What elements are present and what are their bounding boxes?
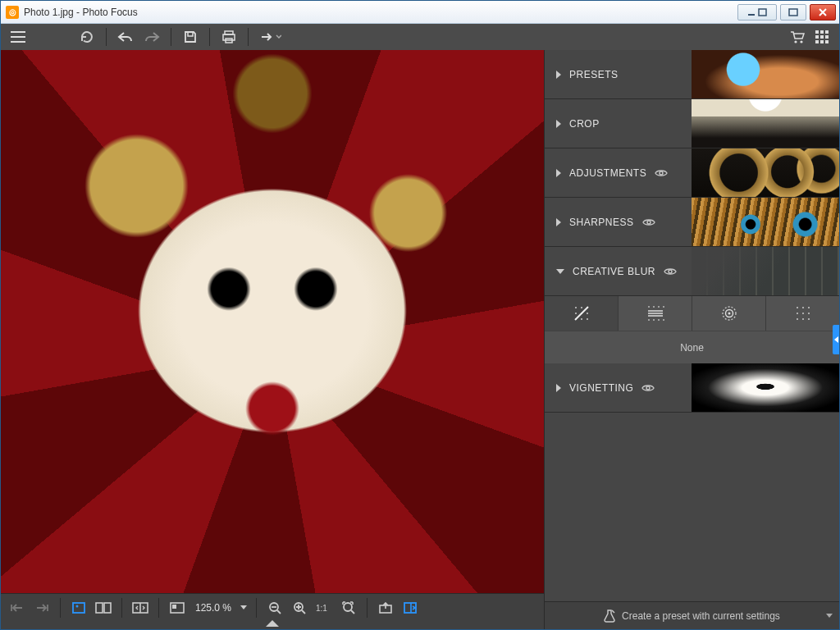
- svg-point-41: [581, 318, 582, 320]
- fullscreen-icon[interactable]: [399, 596, 422, 619]
- single-view-icon[interactable]: [67, 596, 90, 619]
- svg-point-34: [575, 307, 577, 308]
- zoom-actual-icon[interactable]: 1:1: [313, 596, 336, 619]
- split-view-icon[interactable]: [129, 596, 152, 619]
- cart-icon[interactable]: [785, 25, 810, 48]
- main-area: 125.0 % 1:1: [1, 50, 839, 629]
- reset-icon[interactable]: [75, 25, 99, 48]
- panel-creative-blur[interactable]: CREATIVE BLUR: [545, 247, 839, 296]
- svg-point-43: [648, 306, 650, 308]
- eye-icon[interactable]: [641, 383, 655, 393]
- svg-rect-11: [825, 30, 829, 34]
- blur-tool-linear[interactable]: [619, 296, 692, 331]
- svg-point-48: [653, 319, 655, 321]
- svg-rect-9: [815, 30, 819, 34]
- svg-rect-1: [759, 9, 766, 16]
- svg-text:1:1: 1:1: [316, 604, 327, 613]
- svg-rect-2: [789, 9, 797, 16]
- svg-point-58: [802, 313, 804, 314]
- svg-point-55: [802, 307, 804, 308]
- svg-point-50: [663, 319, 664, 321]
- blur-tool-none[interactable]: [545, 296, 619, 331]
- compare-view-icon[interactable]: [92, 596, 115, 619]
- chevron-right-icon: [556, 384, 561, 392]
- histogram-icon[interactable]: [166, 596, 189, 619]
- panel-thumbnail: [692, 50, 839, 98]
- export-panel-icon[interactable]: [374, 596, 397, 619]
- svg-point-37: [575, 313, 577, 314]
- svg-point-19: [76, 605, 79, 607]
- panel-label: VIGNETTING: [569, 382, 633, 394]
- export-icon[interactable]: [255, 25, 286, 48]
- creative-blur-content: None: [545, 296, 839, 363]
- chevron-right-icon: [556, 169, 561, 177]
- zoom-in-icon[interactable]: [288, 596, 311, 619]
- zoom-out-icon[interactable]: [263, 596, 286, 619]
- svg-rect-24: [172, 605, 176, 609]
- photo-image: [1, 50, 544, 593]
- eye-icon[interactable]: [642, 217, 655, 227]
- svg-point-45: [658, 306, 660, 308]
- maximize-button[interactable]: [780, 4, 806, 21]
- panel-label: CROP: [569, 118, 600, 130]
- zoom-value[interactable]: 125.0 %: [190, 602, 236, 614]
- blur-status-label: None: [545, 331, 839, 363]
- canvas[interactable]: [1, 50, 544, 593]
- panel-crop[interactable]: CROP: [545, 99, 839, 148]
- side-expander-handle[interactable]: [833, 325, 839, 354]
- panel-adjustments[interactable]: ADJUSTMENTS: [545, 148, 839, 198]
- svg-point-33: [669, 270, 672, 273]
- panel-thumbnail: [692, 148, 839, 197]
- minimize-restore-buttons[interactable]: [737, 4, 777, 21]
- svg-rect-16: [820, 40, 824, 43]
- panel-presets[interactable]: PRESETS: [545, 50, 839, 99]
- svg-point-54: [797, 307, 798, 308]
- svg-point-61: [802, 318, 804, 320]
- chevron-down-icon[interactable]: [826, 614, 833, 619]
- svg-point-44: [653, 306, 655, 308]
- svg-rect-15: [815, 40, 819, 43]
- chevron-down-icon: [556, 269, 564, 274]
- svg-point-7: [794, 40, 797, 43]
- panel-label: SHARPNESS: [569, 217, 634, 228]
- eye-icon[interactable]: [664, 267, 677, 276]
- svg-point-63: [646, 386, 650, 390]
- window-controls: [737, 4, 839, 21]
- close-button[interactable]: [810, 4, 836, 21]
- panel-label: ADJUSTMENTS: [569, 167, 646, 179]
- svg-rect-18: [73, 603, 84, 613]
- panel-sharpness[interactable]: SHARPNESS: [545, 198, 839, 247]
- blur-tool-radial[interactable]: [692, 296, 766, 331]
- window-title: Photo 1.jpg - Photo Focus: [24, 7, 138, 18]
- undo-icon[interactable]: [113, 25, 138, 48]
- grid-view-icon[interactable]: [810, 25, 834, 48]
- panel-thumbnail: [692, 99, 839, 148]
- save-icon[interactable]: [178, 25, 203, 48]
- svg-rect-10: [820, 30, 824, 34]
- redo-icon[interactable]: [139, 25, 164, 48]
- app-icon: ◎: [6, 6, 19, 19]
- print-icon[interactable]: [217, 25, 241, 48]
- next-image-icon[interactable]: [30, 596, 53, 619]
- titlebar: ◎ Photo 1.jpg - Photo Focus: [1, 1, 839, 24]
- panel-vignetting[interactable]: VIGNETTING: [545, 363, 839, 413]
- panel-label: PRESETS: [569, 69, 619, 80]
- svg-point-60: [797, 318, 798, 320]
- svg-point-56: [808, 307, 810, 308]
- svg-point-57: [797, 313, 798, 314]
- svg-point-32: [647, 221, 651, 224]
- chevron-right-icon: [556, 120, 561, 128]
- blur-tool-dotgrid[interactable]: [766, 296, 839, 331]
- filmstrip-expander[interactable]: [1, 621, 544, 629]
- hamburger-menu-icon[interactable]: [6, 25, 30, 48]
- zoom-dropdown-icon[interactable]: [238, 596, 249, 619]
- svg-rect-13: [820, 35, 824, 39]
- eye-icon[interactable]: [655, 168, 668, 178]
- zoom-fit-icon[interactable]: [337, 596, 360, 619]
- prev-image-icon[interactable]: [6, 596, 29, 619]
- svg-rect-17: [825, 40, 829, 43]
- svg-rect-12: [815, 35, 819, 39]
- create-preset-button[interactable]: Create a preset with current settings: [545, 601, 839, 629]
- svg-rect-5: [223, 34, 235, 40]
- svg-rect-14: [825, 35, 829, 39]
